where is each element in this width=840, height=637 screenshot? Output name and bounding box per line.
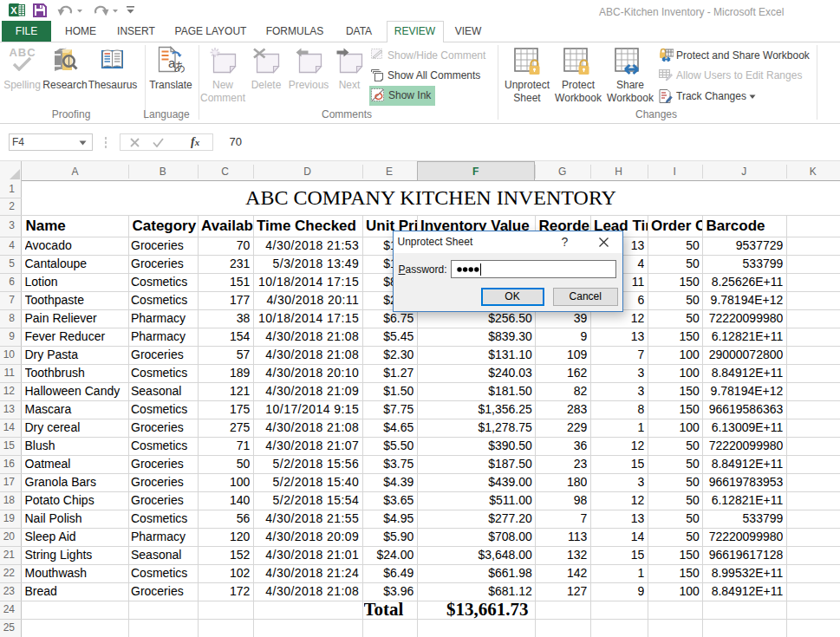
svg-text:あ: あ (174, 60, 185, 73)
svg-text:X: X (10, 5, 17, 16)
